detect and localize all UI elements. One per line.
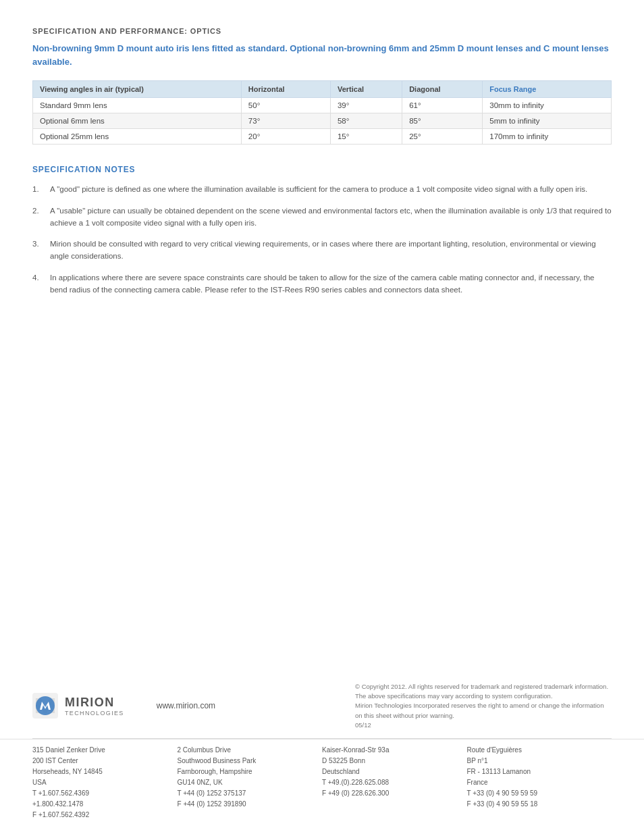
table-cell: Optional 25mm lens (33, 129, 242, 145)
table-cell: 85° (402, 113, 483, 129)
address-column: 315 Daniel Zenker Drive200 IST CenterHor… (32, 745, 178, 820)
note-number: 4. (32, 272, 45, 296)
address-line: F +1.607.562.4392 (32, 810, 178, 820)
address-line: BP n°1 (467, 756, 612, 766)
logo-technologies-text: TECHNOLOGIES (65, 710, 124, 716)
logo-container: MIRION TECHNOLOGIES (32, 693, 124, 719)
table-cell: Optional 6mm lens (33, 113, 242, 129)
table-cell: 39° (330, 98, 402, 113)
logo-mirion-text: MIRION (65, 696, 124, 710)
footer-addresses: 315 Daniel Zenker Drive200 IST CenterHor… (0, 739, 644, 834)
logo-text: MIRION TECHNOLOGIES (65, 696, 124, 716)
address-line: 2 Columbus Drive (178, 745, 323, 756)
note-text: Mirion should be consulted with regard t… (50, 238, 612, 263)
table-cell: 61° (402, 98, 483, 113)
website-link[interactable]: www.mirion.com (157, 701, 215, 710)
table-cell: 15° (330, 129, 402, 145)
address-line: T +1.607.562.4369 (32, 788, 178, 799)
address-line: FR - 13113 Lamanon (467, 766, 612, 777)
table-cell: 73° (241, 113, 330, 129)
note-text: A "usable" picture can usually be obtain… (50, 205, 612, 230)
address-line: T +49.(0).228.625.088 (322, 777, 467, 788)
address-line: D 53225 Bonn (322, 756, 467, 766)
list-item: 3.Mirion should be consulted with regard… (32, 238, 612, 263)
specs-table: Viewing angles in air (typical) Horizont… (32, 80, 612, 145)
address-line: T +33 (0) 4 90 59 59 59 (467, 788, 612, 799)
address-column: Kaiser-Konrad-Str 93aD 53225 BonnDeutsch… (322, 745, 467, 820)
address-line: T +44 (0) 1252 375137 (178, 788, 323, 799)
page-content: SPECIFICATION AND PERFORMANCE: OPTICS No… (0, 0, 644, 296)
notes-section: SPECIFICATION NOTES 1.A "good" picture i… (32, 165, 612, 296)
notes-title: SPECIFICATION NOTES (32, 165, 612, 174)
list-item: 4.In applications where there are severe… (32, 272, 612, 296)
address-line: Kaiser-Konrad-Str 93a (322, 745, 467, 756)
section-title: SPECIFICATION AND PERFORMANCE: OPTICS (32, 27, 612, 35)
table-header-row: Viewing angles in air (typical) Horizont… (33, 81, 612, 98)
address-column: Route d'EyguièresBP n°1FR - 13113 Lamano… (467, 745, 612, 820)
table-row: Standard 9mm lens50°39°61°30mm to infini… (33, 98, 612, 113)
address-line: Deutschland (322, 766, 467, 777)
address-line: USA (32, 777, 178, 788)
notes-list: 1.A "good" picture is defined as one whe… (32, 184, 612, 296)
address-line: F +49 (0) 228.626.300 (322, 788, 467, 799)
table-row: Optional 25mm lens20°15°25°170mm to infi… (33, 129, 612, 145)
table-cell: Standard 9mm lens (33, 98, 242, 113)
svg-point-1 (36, 696, 55, 715)
list-item: 1.A "good" picture is defined as one whe… (32, 184, 612, 196)
table-cell: 170mm to infinity (483, 129, 612, 145)
note-text: In applications where there are severe s… (50, 272, 612, 296)
col-vertical: Vertical (330, 81, 402, 98)
mirion-logo-icon (32, 693, 58, 719)
footer-logo-bar: MIRION TECHNOLOGIES www.mirion.com © Cop… (0, 670, 644, 738)
address-line: France (467, 777, 612, 788)
table-cell: 25° (402, 129, 483, 145)
intro-text: Non-browning 9mm D mount auto iris lens … (32, 42, 612, 68)
address-line: GU14 0NZ, UK (178, 777, 323, 788)
address-line: 200 IST Center (32, 756, 178, 766)
col-diagonal: Diagonal (402, 81, 483, 98)
col-viewing-angles: Viewing angles in air (typical) (33, 81, 242, 98)
table-row: Optional 6mm lens73°58°85°5mm to infinit… (33, 113, 612, 129)
address-line: +1.800.432.1478 (32, 799, 178, 810)
table-cell: 5mm to infinity (483, 113, 612, 129)
address-line: 315 Daniel Zenker Drive (32, 745, 178, 756)
address-line: Southwood Business Park (178, 756, 323, 766)
table-cell: 30mm to infinity (483, 98, 612, 113)
address-line: Route d'Eyguières (467, 745, 612, 756)
table-cell: 20° (241, 129, 330, 145)
address-column: 2 Columbus DriveSouthwood Business ParkF… (178, 745, 323, 820)
note-number: 3. (32, 238, 45, 263)
footer: MIRION TECHNOLOGIES www.mirion.com © Cop… (0, 670, 644, 834)
address-line: F +44 (0) 1252 391890 (178, 799, 323, 810)
note-text: A "good" picture is defined as one where… (50, 184, 587, 196)
col-horizontal: Horizontal (241, 81, 330, 98)
list-item: 2.A "usable" picture can usually be obta… (32, 205, 612, 230)
col-focus-range: Focus Range (483, 81, 612, 98)
table-cell: 50° (241, 98, 330, 113)
table-cell: 58° (330, 113, 402, 129)
note-number: 2. (32, 205, 45, 230)
address-line: Horseheads, NY 14845 (32, 766, 178, 777)
copyright-text: © Copyright 2012. All rights reserved fo… (355, 682, 612, 730)
address-line: Farnborough, Hampshire (178, 766, 323, 777)
note-number: 1. (32, 184, 45, 196)
address-line: F +33 (0) 4 90 59 55 18 (467, 799, 612, 810)
